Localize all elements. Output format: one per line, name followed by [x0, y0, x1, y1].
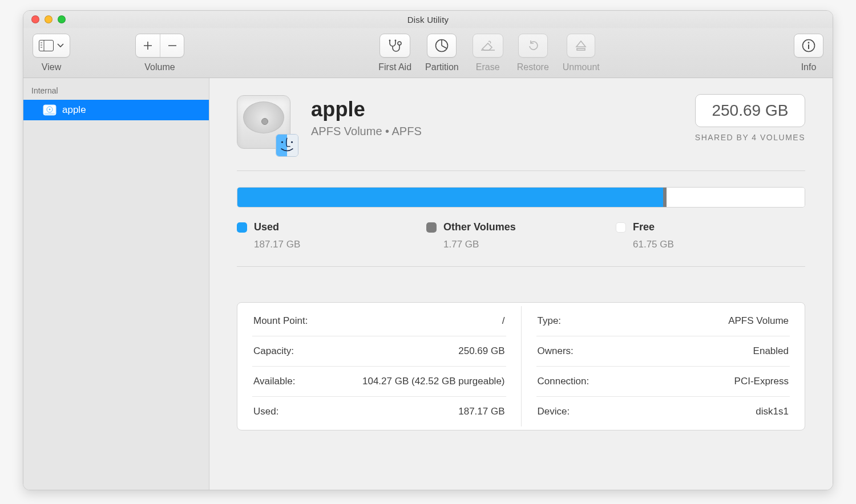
chevron-down-icon: [57, 43, 64, 48]
titlebar: Disk Utility: [23, 11, 833, 28]
sidebar-item-apple[interactable]: apple: [23, 100, 209, 120]
detail-key: Device:: [538, 406, 570, 417]
detail-row: Owners:Enabled: [536, 336, 790, 366]
volume-name: apple: [311, 97, 680, 121]
volume-large-icon: [237, 95, 296, 155]
restore-tool: Restore: [517, 34, 549, 72]
erase-tool: Erase: [473, 34, 503, 72]
details-left: Mount Point:/ Capacity:250.69 GB Availab…: [237, 306, 521, 426]
detail-row: Connection:PCI-Express: [536, 366, 790, 396]
zoom-window-button[interactable]: [58, 15, 66, 23]
info-label: Info: [801, 62, 817, 72]
plus-icon: [143, 40, 153, 51]
legend-free: Free 61.75 GB: [616, 221, 805, 250]
volume-label: Volume: [144, 62, 175, 72]
first-aid-tool: First Aid: [378, 34, 411, 72]
stethoscope-icon: [387, 39, 403, 52]
svg-rect-18: [808, 44, 809, 49]
close-window-button[interactable]: [31, 15, 39, 23]
separator: [237, 170, 805, 171]
volume-icon: [43, 104, 56, 116]
restore-label: Restore: [517, 62, 549, 72]
toolbar: View Volume: [23, 28, 833, 78]
detail-value: APFS Volume: [728, 315, 789, 327]
detail-key: Available:: [253, 376, 295, 387]
svg-rect-0: [39, 40, 54, 51]
detail-row: Device:disk1s1: [536, 396, 790, 426]
unmount-button[interactable]: [567, 34, 595, 58]
detail-value: 187.17 GB: [458, 406, 504, 417]
sidebar-item-label: apple: [62, 104, 86, 116]
volume-segmented: [135, 34, 184, 58]
main-pane: apple APFS Volume • APFS 250.69 GB SHARE…: [209, 78, 833, 490]
partition-button[interactable]: [427, 34, 457, 58]
svg-rect-22: [45, 113, 55, 115]
finder-badge-icon: [276, 134, 298, 157]
detail-key: Capacity:: [253, 346, 294, 357]
details-table: Mount Point:/ Capacity:250.69 GB Availab…: [237, 302, 805, 430]
unmount-tool: Unmount: [563, 34, 600, 72]
unmount-label: Unmount: [563, 62, 600, 72]
detail-row: Type:APFS Volume: [536, 306, 790, 336]
detail-key: Used:: [253, 406, 278, 417]
capacity-shared: SHARED BY 4 VOLUMES: [695, 133, 805, 142]
detail-key: Connection:: [538, 376, 589, 387]
svg-point-24: [291, 141, 293, 143]
detail-key: Mount Point:: [253, 315, 308, 327]
detail-row: Capacity:250.69 GB: [252, 336, 506, 366]
legend-used-label: Used: [254, 221, 279, 233]
capacity-block: 250.69 GB SHARED BY 4 VOLUMES: [695, 95, 805, 142]
info-button[interactable]: [794, 34, 823, 58]
svg-point-8: [398, 42, 401, 45]
minimize-window-button[interactable]: [45, 15, 53, 23]
detail-row: Used:187.17 GB: [252, 396, 506, 426]
volume-header: apple APFS Volume • APFS 250.69 GB SHARE…: [237, 95, 805, 155]
legend-free-value: 61.75 GB: [633, 239, 805, 250]
detail-value: Enabled: [753, 346, 789, 357]
eject-icon: [574, 39, 588, 52]
view-tool: View: [33, 34, 70, 72]
view-label: View: [42, 62, 61, 72]
detail-value: disk1s1: [756, 406, 789, 417]
svg-line-13: [442, 46, 447, 48]
usage-bar: [237, 187, 805, 208]
toolbar-center: First Aid Partition Erase: [192, 34, 794, 72]
restore-icon: [526, 38, 540, 53]
volume-tool: Volume: [135, 34, 184, 72]
partition-tool: Partition: [425, 34, 459, 72]
erase-button[interactable]: [473, 34, 503, 58]
remove-volume-button[interactable]: [160, 34, 184, 57]
usage-bar-free: [667, 188, 805, 207]
detail-value: PCI-Express: [734, 376, 789, 387]
window-title: Disk Utility: [23, 15, 833, 25]
detail-row: Available:104.27 GB (42.52 GB purgeable): [252, 366, 506, 396]
svg-point-17: [808, 42, 810, 44]
separator: [237, 266, 805, 267]
legend-used-value: 187.17 GB: [254, 239, 426, 250]
view-button[interactable]: [33, 34, 70, 58]
info-icon: [801, 38, 816, 53]
volume-subtitle: APFS Volume • APFS: [311, 125, 680, 138]
restore-button[interactable]: [518, 34, 548, 58]
swatch-other-icon: [426, 222, 437, 233]
first-aid-button[interactable]: [379, 34, 410, 58]
legend-other: Other Volumes 1.77 GB: [426, 221, 616, 250]
eraser-icon: [480, 39, 496, 52]
erase-label: Erase: [476, 62, 500, 72]
legend-other-label: Other Volumes: [443, 221, 516, 233]
legend-free-label: Free: [633, 221, 655, 233]
svg-point-21: [49, 109, 51, 111]
detail-value: 250.69 GB: [458, 346, 504, 357]
svg-point-23: [281, 141, 283, 143]
detail-key: Owners:: [538, 346, 574, 357]
usage-bar-used: [237, 188, 663, 207]
add-volume-button[interactable]: [136, 34, 160, 57]
legend-used: Used 187.17 GB: [237, 221, 426, 250]
pie-icon: [434, 38, 449, 53]
info-tool: Info: [794, 34, 823, 72]
svg-point-10: [395, 40, 397, 42]
svg-point-9: [389, 40, 391, 42]
minus-icon: [167, 40, 177, 51]
sidebar: Internal apple: [23, 78, 209, 490]
disk-utility-window: Disk Utility View: [23, 10, 833, 490]
